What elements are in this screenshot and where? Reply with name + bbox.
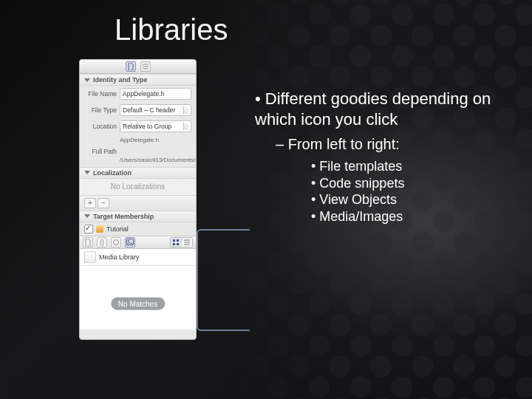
svg-rect-3 (173, 239, 175, 242)
value: AppDelegate.h (123, 90, 164, 98)
slide-title: Libraries (115, 13, 228, 47)
label: File Type (84, 106, 117, 114)
cube-icon (112, 239, 120, 246)
library-tab-file-template[interactable] (83, 237, 93, 248)
file-type-popup[interactable]: Default – C header (120, 104, 191, 116)
target-checkbox[interactable] (84, 225, 93, 233)
section-localization[interactable]: Localization (80, 167, 196, 179)
add-localization-button[interactable]: + (84, 198, 96, 208)
svg-rect-4 (177, 239, 179, 242)
inspector-panel: Identity and Type File Name AppDelegate.… (79, 59, 197, 340)
bullet-text: From left to right: (288, 136, 400, 152)
section-title: Identity and Type (93, 76, 147, 83)
row-file-type: File Type Default – C header (80, 102, 196, 118)
label: File Name (84, 90, 117, 98)
full-path-value: /Users/casio913/Documents/lis488asst3/Tu… (80, 157, 196, 167)
slide: Libraries Different goodies depending on… (0, 0, 532, 399)
file-template-icon (85, 239, 91, 246)
list-icon (184, 239, 190, 245)
bullet-lvl2: From left to right: File templates Code … (276, 135, 499, 225)
svg-point-2 (128, 240, 129, 242)
file-icon (128, 63, 134, 70)
library-filter-label: Media Library (99, 253, 140, 261)
bullet-lvl3: Code snippets (311, 175, 499, 192)
no-matches-badge: No Matches (111, 298, 165, 310)
tab-file-inspector[interactable] (126, 61, 136, 72)
svg-rect-6 (177, 243, 179, 245)
bullet-text: Code snippets (319, 176, 404, 191)
library-tab-code-snippet[interactable]: {} (97, 237, 107, 248)
value: AppDelegate.h (120, 137, 159, 143)
bullet-text: View Objects (319, 192, 397, 207)
row-location-file: AppDelegate.h (80, 134, 196, 146)
value: Relative to Group (123, 123, 171, 130)
media-icon (126, 239, 134, 245)
braces-icon: {} (100, 239, 104, 246)
lines-icon (142, 64, 149, 69)
bullet-lvl3: View Objects (311, 191, 499, 208)
library-tabbar: {} (80, 236, 196, 249)
row-location: Location Relative to Group (80, 118, 196, 134)
grid-icon (173, 239, 179, 245)
tab-quick-help[interactable] (140, 61, 151, 72)
section-title: Target Membership (93, 213, 154, 220)
library-tab-object[interactable] (111, 237, 121, 248)
label: Full Path (84, 148, 117, 155)
disclosure-triangle-icon (84, 171, 90, 174)
view-grid[interactable] (171, 238, 181, 247)
label: Location (84, 123, 117, 130)
file-name-field[interactable]: AppDelegate.h (120, 88, 191, 100)
row-file-name: File Name AppDelegate.h (80, 86, 196, 102)
bullet-lvl1: Different goodies depending on which ico… (255, 89, 499, 225)
section-target-membership[interactable]: Target Membership (80, 211, 196, 222)
row-full-path: Full Path (80, 146, 196, 157)
callout-bracket (197, 229, 250, 331)
section-identity[interactable]: Identity and Type (80, 74, 196, 86)
app-icon (96, 225, 103, 233)
target-row: Tutorial (80, 222, 196, 236)
section-title: Localization (93, 169, 132, 177)
remove-localization-button[interactable]: − (98, 198, 109, 208)
bullet-text: Media/Images (319, 209, 403, 224)
bullet-text: Different goodies depending on which ico… (255, 89, 491, 129)
target-name: Tutorial (106, 225, 129, 233)
location-popup[interactable]: Relative to Group (120, 120, 191, 132)
bullet-lvl3: File templates (311, 158, 499, 175)
bullet-area: Different goodies depending on which ico… (255, 89, 499, 235)
value: Default – C header (123, 106, 175, 114)
svg-point-0 (114, 239, 119, 245)
disclosure-triangle-icon (84, 214, 90, 218)
svg-rect-5 (173, 243, 175, 245)
inspector-tabbar (80, 60, 196, 74)
no-localizations: No Localizations (80, 179, 196, 195)
library-view-segmented[interactable] (170, 237, 193, 248)
view-list[interactable] (181, 238, 192, 247)
library-filter-row: Media Library (80, 249, 196, 266)
media-thumb-icon (84, 251, 96, 263)
bullet-text: File templates (319, 159, 402, 174)
localization-controls: + − (80, 195, 196, 211)
bullet-lvl3: Media/Images (311, 208, 499, 225)
library-content: No Matches (80, 266, 196, 330)
library-tab-media[interactable] (125, 237, 135, 248)
disclosure-triangle-icon (84, 78, 90, 82)
